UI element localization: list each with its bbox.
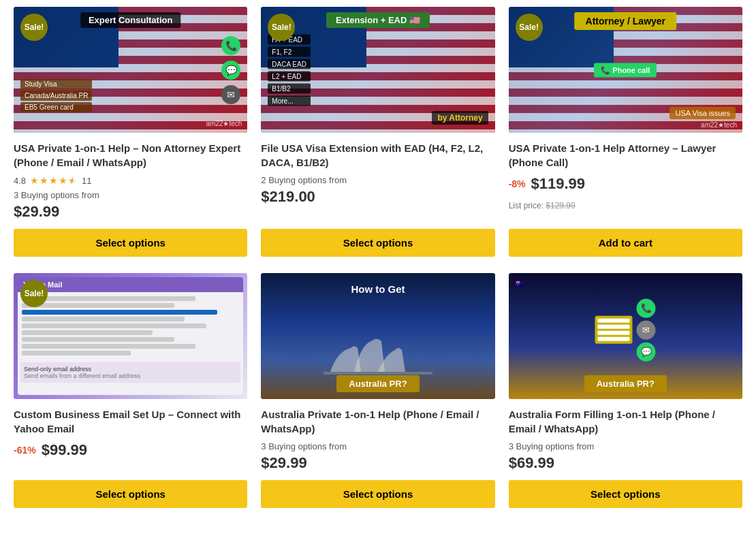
select-options-button[interactable]: Select options xyxy=(509,480,742,508)
product-title-link[interactable]: USA Private 1-on-1 Help Attorney – Lawye… xyxy=(509,142,716,168)
discount-badge: -61% xyxy=(14,445,36,456)
product-card-4: Yahoo Mail Send-only email addressSend e… xyxy=(14,273,247,508)
product-card-5: How to Get Australia PR? Austral xyxy=(261,273,494,508)
product-title: USA Private 1-on-1 Help Attorney – Lawye… xyxy=(509,141,742,170)
spacer xyxy=(509,217,742,229)
buying-options: 3 Buying options from xyxy=(14,190,247,200)
product-card-3: Attorney / Lawyer 📞 Phone call USA Visa … xyxy=(509,7,742,257)
add-to-cart-button[interactable]: Add to cart xyxy=(509,229,742,257)
product-grid: Expert Consultation Study Visa Canada/Au… xyxy=(14,7,742,508)
product-title-link[interactable]: USA Private 1-on-1 Help – Non Attorney E… xyxy=(14,142,240,168)
select-options-button[interactable]: Select options xyxy=(261,480,494,508)
price-row: $219.00 xyxy=(261,188,494,206)
product-price: $69.99 xyxy=(509,454,554,472)
product-title: USA Private 1-on-1 Help – Non Attorney E… xyxy=(14,141,247,170)
product-title-link[interactable]: Australia Form Filling 1-on-1 Help (Phon… xyxy=(509,409,715,434)
product-title-link[interactable]: File USA Visa Extension with EAD (H4, F2… xyxy=(261,142,483,168)
product-title: File USA Visa Extension with EAD (H4, F2… xyxy=(261,141,494,170)
sale-badge: Sale! xyxy=(516,14,543,41)
product-price: $119.99 xyxy=(531,175,586,193)
product-title: Australia Form Filling 1-on-1 Help (Phon… xyxy=(509,407,742,436)
buying-options: 2 Buying options from xyxy=(261,175,494,185)
product-card-6: 🇦🇺 📞 ✉ 💬 Australia PR? xyxy=(509,273,742,508)
product-price: $99.99 xyxy=(42,441,87,459)
product-title-link[interactable]: Custom Business Email Set Up – Connect w… xyxy=(14,409,240,434)
product-price: $29.99 xyxy=(261,454,306,472)
product-card-2: Extension + EAD 🇺🇸 H4 + EAD F1, F2 DACA … xyxy=(261,7,494,257)
select-options-button[interactable]: Select options xyxy=(14,229,247,257)
product-image-wrapper: Yahoo Mail Send-only email addressSend e… xyxy=(14,273,247,399)
discount-badge: -8% xyxy=(509,178,526,189)
product-image-wrapper: How to Get Australia PR? xyxy=(261,273,494,399)
product-title-link[interactable]: Australia Private 1-on-1 Help (Phone / E… xyxy=(261,409,479,434)
spacer xyxy=(14,467,247,480)
product-title: Custom Business Email Set Up – Connect w… xyxy=(14,407,247,436)
product-image-wrapper: 🇦🇺 📞 ✉ 💬 Australia PR? xyxy=(509,273,742,399)
buying-options: 3 Buying options from xyxy=(261,441,494,451)
select-options-button[interactable]: Select options xyxy=(14,480,247,508)
price-row: -8% $119.99 xyxy=(509,175,742,193)
price-row: $29.99 xyxy=(261,454,494,472)
product-card-1: Expert Consultation Study Visa Canada/Au… xyxy=(14,7,247,257)
list-price: List price: $129.99 xyxy=(509,201,742,210)
product-title: Australia Private 1-on-1 Help (Phone / E… xyxy=(261,407,494,436)
product-image-wrapper: Extension + EAD 🇺🇸 H4 + EAD F1, F2 DACA … xyxy=(261,7,494,133)
select-options-button[interactable]: Select options xyxy=(261,229,494,257)
product-price: $29.99 xyxy=(14,203,59,221)
buying-options: 3 Buying options from xyxy=(509,441,742,451)
rating-row: 4.8 ★★★★★★ 11 xyxy=(14,175,247,186)
product-image-wrapper: Expert Consultation Study Visa Canada/Au… xyxy=(14,7,247,133)
rating-number: 4.8 xyxy=(14,176,26,186)
product-image-wrapper: Attorney / Lawyer 📞 Phone call USA Visa … xyxy=(509,7,742,133)
price-row: $69.99 xyxy=(509,454,742,472)
review-count: 11 xyxy=(82,176,91,186)
price-row: $29.99 xyxy=(14,203,247,221)
spacer xyxy=(261,214,494,229)
product-price: $219.00 xyxy=(261,188,315,206)
sale-badge: Sale! xyxy=(20,14,48,41)
star-rating: ★★★★★★ xyxy=(30,175,78,186)
price-row: -61% $99.99 xyxy=(14,441,247,459)
sale-badge: Sale! xyxy=(20,280,48,307)
svg-rect-0 xyxy=(324,372,432,375)
